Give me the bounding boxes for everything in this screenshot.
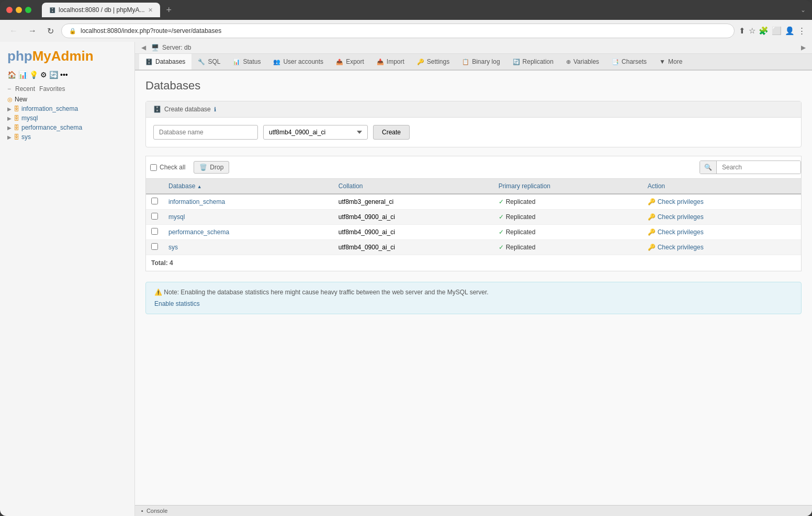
enable-statistics-link[interactable]: Enable statistics — [154, 300, 200, 307]
close-traffic-light[interactable] — [6, 7, 13, 13]
browser-tab[interactable]: 🗄️ localhost:8080 / db | phpMyA... ✕ — [42, 3, 160, 17]
split-view-button[interactable]: ⬜ — [772, 26, 782, 36]
menu-button[interactable]: ⋮ — [798, 26, 806, 36]
sidebar-item-performance-schema[interactable]: ▶ 🗄 performance_schema — [0, 123, 134, 132]
sidebar-item-mysql[interactable]: ▶ 🗄 mysql — [0, 113, 134, 123]
sort-arrow-icon: ▲ — [197, 184, 202, 189]
panel-collapse-btn[interactable]: ◀ — [141, 44, 146, 51]
minimize-traffic-light[interactable] — [16, 7, 22, 13]
search-box: 🔍 — [700, 160, 801, 174]
tab-user-accounts[interactable]: 👥 User accounts — [267, 54, 330, 71]
tab-replication[interactable]: 🔄 Replication — [506, 54, 560, 71]
refresh-button[interactable]: ↻ — [44, 24, 57, 38]
table-header-row: Database ▲ Collation Primary replication… — [146, 179, 801, 194]
replication-information-schema: ✓ Replicated — [493, 194, 642, 210]
favorites-tab[interactable]: Favorites — [39, 85, 65, 93]
tab-databases[interactable]: 🗄️ Databases — [139, 54, 191, 71]
more-icon[interactable]: ••• — [60, 71, 68, 79]
tab-variables[interactable]: ⊕ Variables — [560, 54, 605, 71]
check-privileges-link-information-schema[interactable]: 🔑 Check privileges — [648, 198, 796, 205]
collation-select[interactable]: utf8mb4_0900_ai_ciutf8_general_cilatin1_… — [263, 125, 368, 140]
tab-close-icon[interactable]: ✕ — [148, 7, 153, 14]
status-tab-label: Status — [243, 58, 261, 65]
settings-icon-sidebar[interactable]: ⚙ — [40, 71, 47, 79]
traffic-lights — [6, 7, 31, 13]
databases-table: Database ▲ Collation Primary replication… — [146, 178, 801, 255]
db-name-performance-schema[interactable]: performance_schema — [163, 225, 333, 240]
th-primary-replication: Primary replication — [493, 179, 642, 194]
db-name-information-schema[interactable]: information_schema — [163, 194, 333, 210]
row-checkbox-mysql[interactable] — [146, 210, 163, 225]
tab-import[interactable]: 📥 Import — [370, 54, 411, 71]
checkbox-information-schema[interactable] — [151, 198, 158, 204]
maximize-traffic-light[interactable] — [25, 7, 31, 13]
database-name-input[interactable] — [153, 125, 258, 140]
console-bar[interactable]: ▪ Console — [135, 505, 812, 516]
table-icon[interactable]: 📊 — [18, 71, 27, 79]
row-checkbox-sys[interactable] — [146, 240, 163, 255]
profile-button[interactable]: 👤 — [785, 26, 795, 36]
tab-charsets[interactable]: 📑 Charsets — [605, 54, 653, 71]
sidebar-new-label: New — [15, 96, 27, 103]
bookmark-button[interactable]: ☆ — [749, 26, 755, 36]
tab-status[interactable]: 📊 Status — [227, 54, 267, 71]
variables-tab-label: Variables — [573, 58, 599, 65]
tab-export[interactable]: 📤 Export — [330, 54, 370, 71]
th-database[interactable]: Database ▲ — [163, 179, 333, 194]
main-panel: ◀ 🖥️ Server: db ▶ 🗄️ Databases 🔧 SQL 📊 S… — [135, 42, 812, 516]
tab-title: localhost:8080 / db | phpMyA... — [59, 6, 145, 14]
sync-icon[interactable]: 🔄 — [49, 71, 58, 79]
extension-button[interactable]: 🧩 — [759, 26, 769, 36]
sidebar-item-information-schema[interactable]: ▶ 🗄 information_schema — [0, 104, 134, 113]
sql-icon[interactable]: 💡 — [29, 71, 38, 79]
db-name-sys[interactable]: sys — [163, 240, 333, 255]
db-icon-sys: 🗄 — [14, 134, 19, 140]
sidebar-item-sys[interactable]: ▶ 🗄 sys — [0, 132, 134, 142]
check-privileges-label-information-schema: Check privileges — [658, 198, 704, 205]
tab-binary-log[interactable]: 📋 Binary log — [456, 54, 506, 71]
row-checkbox-performance-schema[interactable] — [146, 225, 163, 240]
drop-icon: 🗑️ — [199, 164, 207, 171]
checkbox-mysql[interactable] — [151, 213, 158, 220]
create-db-info-icon[interactable]: ℹ — [214, 106, 216, 113]
row-checkbox-information-schema[interactable] — [146, 194, 163, 210]
address-bar[interactable]: 🔒 localhost:8080/index.php?route=/server… — [61, 24, 735, 38]
export-tab-icon: 📤 — [336, 59, 343, 65]
sidebar-collapse-btn[interactable]: − — [7, 85, 11, 93]
back-button[interactable]: ← — [6, 24, 21, 38]
collation-sys: utf8mb4_0900_ai_ci — [333, 240, 493, 255]
panel-expand-btn[interactable]: ▶ — [801, 44, 806, 51]
create-db-body: utf8mb4_0900_ai_ciutf8_general_cilatin1_… — [146, 118, 801, 147]
content-area: phpMyAdmin 🏠 📊 💡 ⚙ 🔄 ••• − Recent Favori… — [0, 42, 812, 516]
checkbox-sys[interactable] — [151, 243, 158, 250]
check-privileges-link-sys[interactable]: 🔑 Check privileges — [648, 244, 796, 251]
lock-icon: 🔒 — [69, 28, 76, 35]
tab-settings[interactable]: 🔑 Settings — [411, 54, 456, 71]
logo-myadmin: MyAdmin — [32, 48, 94, 64]
create-database-button[interactable]: Create — [373, 125, 410, 140]
tab-more[interactable]: ▼ More — [653, 54, 689, 71]
check-all-checkbox[interactable] — [150, 164, 157, 171]
nav-actions: ⬆ ☆ 🧩 ⬜ 👤 ⋮ — [739, 26, 806, 36]
table-toolbar: Check all 🗑️ Drop 🔍 — [146, 156, 801, 178]
home-icon[interactable]: 🏠 — [7, 71, 16, 79]
sidebar-item-new[interactable]: ◎ New — [0, 95, 134, 104]
replication-status-mysql: Replicated — [506, 213, 536, 221]
share-button[interactable]: ⬆ — [739, 26, 746, 36]
db-name-mysql[interactable]: mysql — [163, 210, 333, 225]
replication-tab-icon: 🔄 — [513, 59, 520, 65]
tab-sql[interactable]: 🔧 SQL — [191, 54, 227, 71]
check-all-button[interactable]: Check all — [146, 162, 189, 173]
status-tab-icon: 📊 — [233, 59, 240, 65]
table-row: sys utf8mb4_0900_ai_ci ✓ Replicated — [146, 240, 801, 255]
forward-button[interactable]: → — [25, 24, 40, 38]
check-privileges-link-mysql[interactable]: 🔑 Check privileges — [648, 213, 796, 221]
checkbox-performance-schema[interactable] — [151, 228, 158, 235]
replication-performance-schema: ✓ Replicated — [493, 225, 642, 240]
drop-button[interactable]: 🗑️ Drop — [194, 161, 229, 174]
search-input[interactable] — [717, 161, 800, 174]
recent-tab[interactable]: Recent — [15, 85, 35, 93]
page-content: Databases 🗄️ Create database ℹ utf8mb4_0… — [135, 71, 812, 505]
new-tab-button[interactable]: + — [162, 5, 176, 16]
check-privileges-link-performance-schema[interactable]: 🔑 Check privileges — [648, 228, 796, 236]
